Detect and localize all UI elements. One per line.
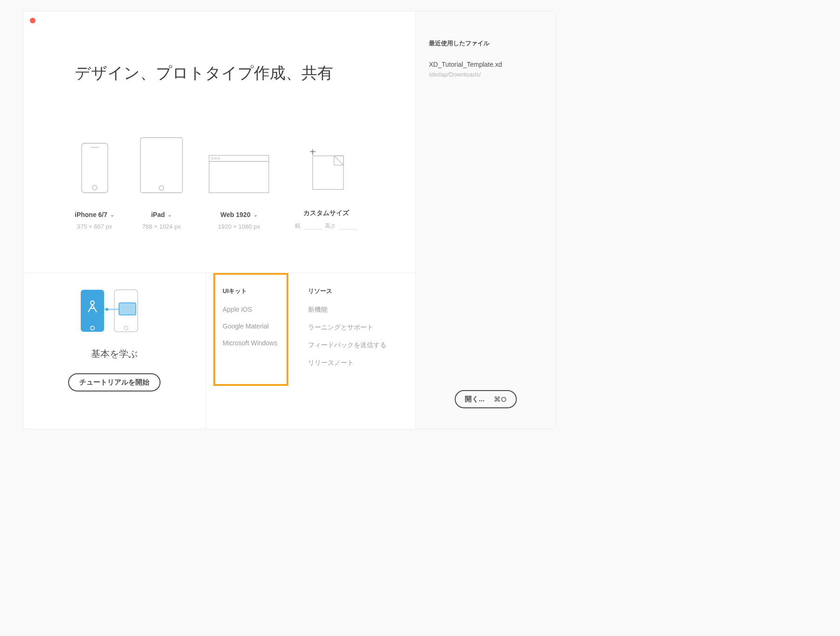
resource-send-feedback[interactable]: フィードバックを送信する	[308, 341, 386, 349]
preset-ipad-label: iPad ⌄	[151, 211, 172, 218]
recent-file-path: /dedap/Downloads/	[429, 71, 542, 78]
custom-width-input[interactable]	[303, 223, 322, 230]
recent-sidebar: 最近使用したファイル XD_Tutorial_Template.xd /deda…	[415, 11, 555, 429]
svg-point-8	[215, 158, 217, 160]
svg-point-2	[92, 185, 97, 190]
preset-ipad-dim: 768 × 1024 px	[142, 223, 181, 230]
svg-point-7	[211, 158, 213, 160]
ui-kit-apple-ios[interactable]: Apple iOS	[223, 306, 277, 313]
browser-icon	[209, 137, 269, 193]
svg-rect-15	[81, 290, 104, 332]
svg-point-9	[218, 158, 220, 160]
ui-kits-column: UIキット Apple iOS Google Material Microsof…	[213, 273, 288, 386]
recent-file-item[interactable]: XD_Tutorial_Template.xd	[429, 61, 542, 68]
bottom-panel: 基本を学ぶ チュートリアルを開始 UIキット Apple iOS Google …	[23, 273, 415, 429]
resource-learning-support[interactable]: ラーニングとサポート	[308, 323, 386, 332]
svg-point-20	[105, 308, 108, 311]
chevron-down-icon[interactable]: ⌄	[168, 212, 172, 218]
resources-title: リソース	[308, 287, 386, 295]
learn-title: 基本を学ぶ	[91, 348, 138, 360]
svg-rect-3	[140, 138, 182, 193]
preset-web-dim: 1920 × 1080 px	[218, 223, 260, 230]
main-area: デザイン、プロトタイプ作成、共有 iPhone 6/7 ⌄ 375 × 667 …	[23, 11, 415, 273]
tutorial-illustration-icon	[77, 289, 152, 334]
svg-point-4	[159, 186, 164, 190]
preset-iphone-label: iPhone 6/7 ⌄	[75, 211, 114, 218]
custom-artboard-icon	[306, 135, 346, 191]
preset-iphone-dim: 375 × 667 px	[77, 223, 112, 230]
resource-whats-new[interactable]: 新機能	[308, 306, 386, 314]
resources-column: リソース 新機能 ラーニングとサポート フィードバックを送信する リリースノート	[308, 287, 386, 377]
resource-release-notes[interactable]: リリースノート	[308, 359, 386, 367]
open-file-button[interactable]: 開く... ⌘O	[455, 390, 517, 408]
ui-kit-microsoft-windows[interactable]: Microsoft Windows	[223, 339, 277, 347]
chevron-down-icon[interactable]: ⌄	[253, 212, 258, 218]
svg-rect-21	[119, 303, 136, 315]
preset-ipad[interactable]: iPad ⌄ 768 × 1024 px	[140, 137, 183, 230]
start-window: デザイン、プロトタイプ作成、共有 iPhone 6/7 ⌄ 375 × 667 …	[23, 11, 555, 429]
custom-height-input[interactable]	[339, 223, 357, 230]
close-window-button[interactable]	[30, 18, 35, 23]
chevron-down-icon[interactable]: ⌄	[110, 212, 114, 218]
svg-point-23	[124, 326, 128, 330]
preset-custom-label: カスタムサイズ	[303, 209, 349, 217]
open-shortcut: ⌘O	[494, 395, 506, 404]
iphone-icon	[81, 137, 108, 193]
preset-row: iPhone 6/7 ⌄ 375 × 667 px iPad ⌄ 768 ×	[75, 135, 415, 230]
preset-iphone[interactable]: iPhone 6/7 ⌄ 375 × 667 px	[75, 137, 114, 230]
custom-size-inputs: 幅 高さ	[295, 222, 357, 230]
ui-kit-google-material[interactable]: Google Material	[223, 322, 277, 330]
ui-kits-title: UIキット	[223, 287, 277, 295]
learn-section: 基本を学ぶ チュートリアルを開始	[23, 273, 205, 429]
recent-files-title: 最近使用したファイル	[429, 39, 542, 48]
links-section: UIキット Apple iOS Google Material Microsof…	[205, 273, 415, 429]
preset-web-label: Web 1920 ⌄	[220, 211, 257, 218]
headline: デザイン、プロトタイプ作成、共有	[75, 63, 415, 84]
start-tutorial-button[interactable]: チュートリアルを開始	[68, 373, 161, 391]
preset-custom[interactable]: カスタムサイズ 幅 高さ	[295, 135, 357, 230]
preset-web[interactable]: Web 1920 ⌄ 1920 × 1080 px	[209, 137, 269, 230]
svg-rect-5	[209, 155, 269, 193]
ipad-icon	[140, 137, 183, 193]
